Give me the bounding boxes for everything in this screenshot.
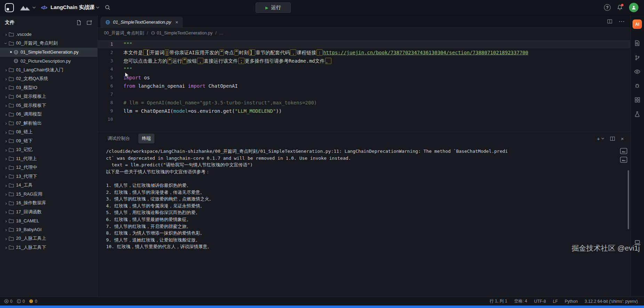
tree-folder[interactable]: ›17_回调函数 (0, 207, 97, 216)
tree-folder[interactable]: ›14_工具 (0, 181, 97, 190)
panel-tab-terminal[interactable]: 终端 (138, 134, 154, 143)
notification-dot (621, 4, 623, 6)
help-icon[interactable]: ? (604, 4, 611, 11)
line-number[interactable]: 4 (98, 65, 115, 73)
panel-tab-debug-console[interactable]: 调试控制台 (104, 134, 134, 143)
status-item[interactable]: 空格: 4 (514, 298, 527, 304)
preview-button[interactable] (634, 69, 641, 74)
extensions-button[interactable] (635, 97, 640, 103)
debug-button[interactable] (634, 82, 640, 89)
tree-folder[interactable]: ›02_文档QA系统 (0, 74, 97, 84)
tree-folder[interactable]: ›20_人脉工具上 (0, 234, 97, 243)
tree-folder[interactable]: ›05_提示模板下 (0, 101, 97, 110)
status-errors[interactable]: 0 (4, 299, 13, 304)
tree-folder[interactable]: ›03_模型IO (0, 83, 97, 92)
tree-file[interactable]: 02_PictureDescription.py (0, 57, 97, 66)
line-number[interactable]: 9 (98, 107, 115, 115)
tree-item-label: 07_解析输出 (16, 120, 42, 126)
tree-folder[interactable]: ›06_调用模型 (0, 110, 97, 119)
tree-folder[interactable]: ›07_解析输出 (0, 119, 97, 128)
tree-folder[interactable]: ›.vscode (0, 30, 97, 39)
code-token: ： (316, 49, 323, 56)
new-folder-button[interactable] (87, 20, 92, 25)
remote-button[interactable] (634, 240, 641, 245)
new-terminal-button[interactable]: + (597, 136, 604, 142)
tree-folder[interactable]: ›15_RAG应用 (0, 190, 97, 199)
file-search-button[interactable] (634, 40, 640, 46)
status-item[interactable]: LF (553, 299, 558, 304)
breadcrumb-item[interactable]: 01_SimpleTextGeneration.py (151, 31, 213, 35)
bug-icon (634, 82, 640, 89)
code-token: 】 (249, 49, 255, 56)
tree-folder[interactable]: ›13_代理下 (0, 172, 97, 181)
tree-folder[interactable]: ›16_操作数据库 (0, 199, 97, 208)
notifications-button[interactable] (617, 5, 623, 10)
terminal-line: 7. 情人节的红玫瑰，开启爱的甜蜜之旅。 (106, 223, 616, 230)
line-number[interactable]: 5 (98, 73, 115, 82)
more-actions-icon[interactable]: ⋯ (619, 18, 625, 25)
tree-folder[interactable]: ›09_链下 (0, 136, 97, 145)
code-token: 【 (143, 49, 150, 56)
tree-folder[interactable]: ›19_BabyAGI (0, 225, 97, 234)
search-button[interactable] (105, 5, 111, 10)
code-line[interactable]: 7 (98, 90, 630, 98)
folder-icon (9, 130, 14, 134)
status-item[interactable]: 行 1, 列 1 (490, 298, 507, 304)
tree-folder[interactable]: ›21_人脉工具下 (0, 243, 97, 252)
close-panel-icon[interactable]: × (621, 136, 624, 142)
terminal[interactable]: /cloudide/workspace/LangChain-shizhanke/… (98, 145, 630, 297)
status-item[interactable]: UTF-8 (534, 299, 546, 304)
terminal-scrollbar[interactable] (628, 170, 629, 229)
code-token: """ (123, 66, 132, 72)
testing-button[interactable] (634, 111, 640, 117)
line-number[interactable]: 6 (98, 82, 115, 90)
status-warnings[interactable]: 0 (17, 299, 25, 304)
ai-assistant-button[interactable]: AI (633, 19, 642, 29)
picture-icon[interactable] (620, 157, 627, 163)
breadcrumb-item[interactable]: 00_开篇词_奇点时刻 (104, 30, 144, 36)
code-line[interactable]: 4""" (98, 65, 630, 73)
code-line[interactable]: 1""" (98, 40, 630, 48)
tree-folder[interactable]: ›12_代理中 (0, 163, 97, 172)
code-editor[interactable]: 1"""2本文件是【开篇词|带你亲证AI应用开发的“奇点”时刻】章节的配套代码，… (98, 38, 630, 132)
line-number[interactable]: 8 (98, 98, 115, 107)
code-line[interactable]: 8# llm = OpenAI(model_name="gpt-3.5-turb… (98, 98, 630, 107)
code-line[interactable]: 5import os (98, 73, 630, 82)
run-button[interactable]: ▶ 运行 (256, 2, 291, 13)
code-line[interactable]: 9llm = ChatOpenAI(model=os.environ.get("… (98, 107, 630, 115)
status-item[interactable]: 3.12.2 64-bit ('shims': pyenv) (585, 299, 638, 304)
line-number[interactable]: 1 (98, 40, 115, 48)
breadcrumb-item[interactable]: ... (219, 31, 223, 35)
new-file-button[interactable] (76, 20, 82, 25)
picture-icon[interactable] (620, 148, 627, 154)
status-item[interactable]: Python (565, 299, 578, 304)
tree-folder[interactable]: ›04_提示模板上 (0, 92, 97, 101)
code-line[interactable]: 3您可以点击最上方的“运行”按钮，直接运行该文件；更多操作指引请参考Readme… (98, 57, 630, 65)
tree-folder[interactable]: ›00_开篇词_奇点时刻 (0, 39, 97, 48)
close-icon[interactable]: × (175, 19, 178, 25)
line-number[interactable]: 3 (98, 57, 115, 65)
tree-folder[interactable]: ›11_代理上 (0, 154, 97, 163)
code-line[interactable]: 6from langchain_openai import ChatOpenAI (98, 82, 630, 90)
line-number[interactable]: 2 (98, 48, 115, 57)
status-problems: 000 (4, 299, 37, 304)
project-switcher[interactable]: </> LangChain 实战课 (41, 4, 99, 11)
tree-item-label: 10_记忆 (16, 147, 33, 153)
editor-tab[interactable]: 01_SimpleTextGeneration.py × (100, 17, 183, 27)
line-number[interactable]: 7 (98, 90, 115, 98)
code-line[interactable]: 2本文件是【开篇词|带你亲证AI应用开发的“奇点”时刻】章节的配套代码，课程链接… (98, 48, 630, 57)
tree-folder[interactable]: ›18_CAMEL (0, 216, 97, 226)
line-number[interactable]: 10 (98, 115, 115, 124)
tree-folder[interactable]: ›08_链上 (0, 128, 97, 137)
source-control-button[interactable] (635, 55, 640, 61)
tree-file[interactable]: 01_SimpleTextGeneration.py (0, 48, 97, 57)
tree-folder[interactable]: ›01_LangChain快速入门 (0, 65, 97, 74)
split-editor-button[interactable] (607, 19, 612, 24)
status-notifications[interactable]: 0 (29, 299, 37, 304)
tree-folder[interactable]: ›10_记忆 (0, 145, 97, 155)
split-panel-button[interactable] (610, 136, 615, 141)
workspace-switcher[interactable] (19, 4, 36, 11)
app-logo-icon[interactable] (5, 3, 14, 12)
avatar[interactable] (629, 3, 638, 12)
code-line[interactable]: 10 (98, 115, 630, 124)
